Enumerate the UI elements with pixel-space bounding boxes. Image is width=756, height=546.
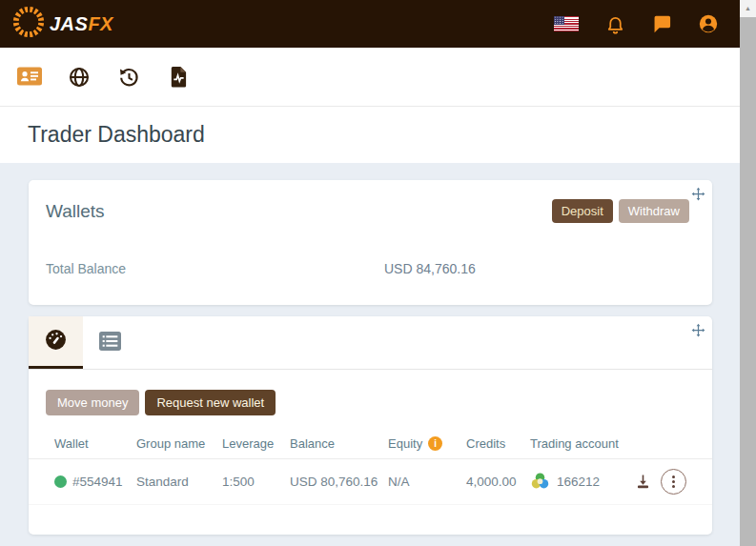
list-icon [99, 332, 121, 354]
total-balance-label: Total Balance [46, 261, 384, 276]
header-leverage: Leverage [222, 436, 290, 451]
download-icon[interactable] [634, 473, 652, 491]
scroll-up-button[interactable]: ▲ [740, 0, 756, 16]
speedometer-icon [44, 328, 68, 355]
brand-logo[interactable]: JASFX [11, 5, 113, 43]
main-area: JASFX [0, 0, 740, 546]
row-menu-kebab-icon[interactable] [661, 469, 686, 495]
globe-icon[interactable] [67, 65, 92, 90]
wallet-actions: Move money Request new wallet [46, 390, 712, 415]
nav-toolbar [0, 48, 740, 107]
trading-account-cell: 166212 [530, 471, 629, 494]
mt5-platform-icon [530, 471, 550, 494]
chat-icon[interactable] [652, 15, 671, 33]
equity-info-icon[interactable]: i [428, 436, 442, 451]
profile-card-icon[interactable] [17, 65, 42, 90]
wallet-table-row: #554941 Standard 1:500 USD 80,760.16 N/A… [29, 459, 712, 505]
wallets-card-header: Wallets Deposit Withdraw [46, 199, 693, 223]
move-card-icon[interactable] [691, 323, 705, 341]
request-new-wallet-button[interactable]: Request new wallet [145, 390, 276, 415]
tab-dashboard[interactable] [29, 316, 83, 369]
balance-cell: USD 80,760.16 [290, 475, 388, 489]
total-balance-row: Total Balance USD 84,760.16 [46, 261, 693, 276]
move-money-button[interactable]: Move money [46, 390, 139, 415]
wallets-card: Wallets Deposit Withdraw Total Balance U… [29, 180, 712, 305]
accounts-tabs [29, 316, 712, 370]
scrollbar-thumb[interactable] [740, 17, 756, 546]
topbar: JASFX [0, 0, 740, 48]
total-balance-value: USD 84,760.16 [384, 261, 476, 276]
page-header: Trader Dashboard [0, 107, 740, 163]
logo-ring-icon [11, 5, 46, 43]
logo-text: JASFX [50, 13, 113, 35]
history-icon[interactable] [116, 65, 141, 90]
header-trading-account: Trading account [530, 436, 629, 451]
header-group-name: Group name [136, 436, 222, 451]
tab-list[interactable] [83, 316, 137, 369]
equity-cell: N/A [388, 475, 466, 489]
wallet-cell: #554941 [54, 475, 136, 489]
wallets-table-header: Wallet Group name Leverage Balance Equit… [29, 428, 712, 459]
statement-file-icon[interactable] [166, 65, 191, 90]
page-title: Trader Dashboard [28, 122, 205, 148]
header-wallet: Wallet [54, 436, 136, 451]
deposit-button[interactable]: Deposit [552, 199, 613, 223]
trading-account-number: 166212 [557, 475, 600, 489]
trader-dashboard-screen: JASFX [0, 0, 756, 546]
language-flag-icon[interactable] [554, 16, 579, 31]
withdraw-button[interactable]: Withdraw [619, 199, 689, 223]
wallet-id: #554941 [72, 475, 123, 489]
topbar-actions [554, 13, 719, 34]
account-icon[interactable] [698, 13, 719, 34]
wallets-card-title: Wallets [46, 201, 105, 222]
row-actions [629, 469, 686, 495]
accounts-card: Move money Request new wallet Wallet Gro… [29, 316, 712, 535]
content-area: Wallets Deposit Withdraw Total Balance U… [0, 163, 740, 545]
notifications-bell-icon[interactable] [605, 14, 625, 34]
status-dot-icon [54, 475, 67, 488]
header-balance: Balance [290, 436, 388, 451]
scrollbar[interactable]: ▲ [740, 0, 756, 546]
move-card-icon[interactable] [691, 187, 705, 205]
credits-cell: 4,000.00 [466, 475, 530, 489]
leverage-cell: 1:500 [222, 475, 290, 489]
header-equity: Equity i [388, 436, 466, 451]
header-credits: Credits [466, 436, 530, 451]
group-name-cell: Standard [136, 475, 222, 489]
